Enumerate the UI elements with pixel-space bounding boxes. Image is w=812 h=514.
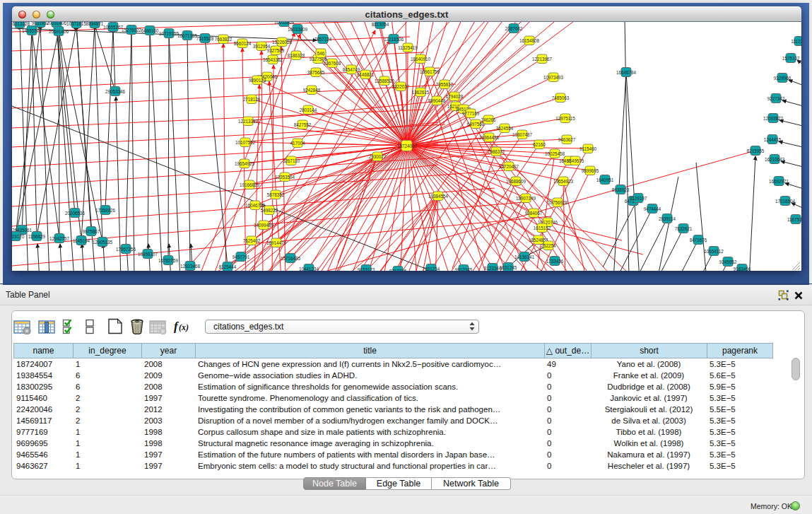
- svg-text:16154808: 16154808: [519, 38, 540, 43]
- svg-text:2087682: 2087682: [505, 26, 523, 31]
- svg-text:2367608: 2367608: [324, 61, 341, 66]
- svg-text:8813054: 8813054: [372, 22, 389, 27]
- svg-text:10441234: 10441234: [299, 267, 319, 271]
- svg-text:19384554: 19384554: [428, 194, 449, 199]
- svg-text:1362615: 1362615: [412, 90, 430, 95]
- svg-text:18640910: 18640910: [411, 57, 431, 62]
- svg-text:5878352: 5878352: [267, 192, 285, 197]
- svg-text:6466160: 6466160: [141, 28, 159, 33]
- svg-text:62160: 62160: [533, 142, 546, 147]
- svg-text:19654925: 19654925: [235, 161, 255, 166]
- svg-text:7955812: 7955812: [436, 82, 454, 87]
- svg-text:252254: 252254: [541, 243, 556, 248]
- svg-text:3875685: 3875685: [307, 70, 325, 75]
- svg-text:8938923: 8938923: [612, 187, 630, 192]
- svg-text:20691406: 20691406: [49, 29, 69, 34]
- svg-text:20031406: 20031406: [47, 22, 67, 25]
- svg-text:15276022: 15276022: [122, 28, 142, 33]
- svg-text:7485063: 7485063: [552, 95, 570, 100]
- svg-text:12942757: 12942757: [49, 236, 70, 241]
- svg-text:16671385: 16671385: [177, 33, 198, 38]
- svg-text:3919170: 3919170: [12, 234, 25, 239]
- svg-text:11325419: 11325419: [398, 45, 418, 50]
- svg-text:1849575: 1849575: [567, 158, 584, 163]
- svg-text:3267110: 3267110: [283, 158, 300, 163]
- svg-text:6794028: 6794028: [446, 94, 464, 99]
- svg-text:17359926: 17359926: [95, 208, 116, 213]
- svg-text:2718126: 2718126: [243, 97, 261, 102]
- svg-text:(x): (x): [179, 322, 189, 332]
- svg-text:16210643: 16210643: [765, 157, 785, 162]
- svg-text:8660124: 8660124: [234, 41, 252, 46]
- svg-text:1640951: 1640951: [596, 177, 614, 182]
- svg-text:14136141: 14136141: [514, 255, 535, 259]
- svg-text:9463627: 9463627: [558, 137, 576, 142]
- svg-text:8125444: 8125444: [219, 264, 237, 269]
- svg-text:9327509: 9327509: [267, 48, 285, 53]
- svg-text:9146821: 9146821: [357, 72, 375, 77]
- svg-text:18724007: 18724007: [397, 144, 418, 148]
- svg-text:16543362: 16543362: [263, 57, 283, 62]
- svg-text:8471676: 8471676: [690, 238, 707, 243]
- svg-text:7881234: 7881234: [423, 267, 440, 271]
- svg-text:7625402: 7625402: [243, 238, 261, 243]
- svg-text:12213383: 12213383: [238, 119, 259, 124]
- svg-text:417004: 417004: [290, 141, 305, 146]
- svg-text:9474444: 9474444: [644, 206, 661, 211]
- svg-text:3624554: 3624554: [496, 126, 514, 131]
- svg-text:1575107: 1575107: [782, 56, 800, 61]
- svg-text:14099489: 14099489: [254, 223, 274, 228]
- svg-text:18907249: 18907249: [516, 196, 536, 201]
- svg-text:7515528: 7515528: [196, 36, 214, 41]
- svg-text:12213967: 12213967: [532, 57, 553, 62]
- svg-text:5498222: 5498222: [261, 208, 278, 213]
- svg-text:9242848: 9242848: [303, 88, 321, 93]
- svg-text:10958107: 10958107: [138, 252, 158, 257]
- svg-text:9331245: 9331245: [500, 265, 517, 270]
- svg-text:12923468: 12923468: [180, 264, 201, 269]
- svg-text:8712345: 8712345: [389, 269, 407, 271]
- svg-text:1156829: 1156829: [28, 234, 46, 239]
- svg-text:13226058: 13226058: [272, 40, 293, 45]
- svg-text:7663822: 7663822: [215, 37, 233, 42]
- svg-text:8186328: 8186328: [288, 53, 305, 58]
- svg-text:15716485: 15716485: [281, 256, 301, 261]
- svg-text:9899695: 9899695: [582, 168, 599, 173]
- svg-text:8427552: 8427552: [294, 122, 312, 127]
- svg-text:29053346: 29053346: [105, 89, 126, 94]
- svg-text:13588520: 13588520: [375, 78, 395, 83]
- svg-text:16692971: 16692971: [769, 179, 789, 184]
- svg-text:10107552: 10107552: [235, 140, 256, 145]
- svg-text:9129197: 9129197: [630, 196, 647, 201]
- svg-text:16914479: 16914479: [266, 240, 287, 245]
- svg-text:10654112: 10654112: [704, 249, 724, 254]
- svg-text:8215955: 8215955: [747, 148, 765, 153]
- svg-text:19654923: 19654923: [553, 179, 574, 184]
- svg-text:1733426: 1733426: [546, 259, 564, 264]
- svg-text:10973493: 10973493: [543, 75, 564, 80]
- svg-text:10756928: 10756928: [548, 200, 568, 205]
- svg-text:9227342: 9227342: [767, 96, 785, 101]
- svg-text:9975867: 9975867: [83, 229, 100, 234]
- svg-text:8322037: 8322037: [392, 84, 410, 89]
- svg-text:7986372: 7986372: [488, 149, 505, 154]
- svg-text:20206536: 20206536: [65, 211, 86, 216]
- svg-text:1615152: 1615152: [534, 226, 551, 230]
- svg-text:10719155: 10719155: [159, 31, 180, 36]
- svg-text:7857224: 7857224: [314, 37, 332, 42]
- svg-text:9084067: 9084067: [525, 211, 543, 216]
- svg-text:10688609: 10688609: [506, 179, 526, 184]
- svg-text:12093822: 12093822: [763, 116, 784, 121]
- svg-text:16313128: 16313128: [12, 22, 30, 26]
- svg-text:10655267: 10655267: [103, 25, 124, 30]
- svg-text:6497568: 6497568: [467, 122, 485, 127]
- svg-text:19166829: 19166829: [240, 182, 260, 187]
- svg-text:15720407: 15720407: [499, 164, 519, 169]
- svg-text:20364436: 20364436: [479, 135, 500, 140]
- svg-text:12353594: 12353594: [275, 175, 295, 180]
- svg-text:2803144: 2803144: [300, 107, 317, 112]
- svg-text:8990448: 8990448: [428, 98, 446, 103]
- svg-text:16033809: 16033809: [274, 22, 295, 25]
- svg-text:8894871: 8894871: [86, 22, 104, 26]
- svg-text:16046788: 16046788: [245, 203, 266, 208]
